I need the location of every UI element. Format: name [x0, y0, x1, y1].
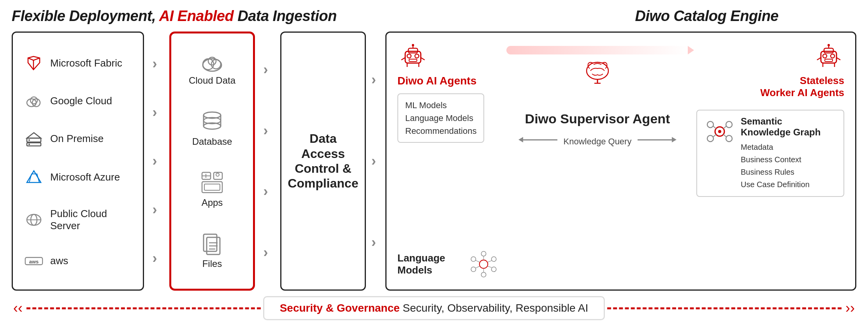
google-cloud-label: Google Cloud: [50, 95, 112, 107]
svg-point-76: [707, 121, 713, 128]
svg-line-82: [713, 134, 716, 137]
fabric-icon: [25, 55, 43, 71]
svg-line-57: [488, 266, 492, 267]
svg-point-41: [415, 54, 419, 58]
svg-point-6: [28, 139, 30, 141]
svg-line-58: [476, 266, 480, 268]
left-arrow-icon: ‹‹: [13, 300, 23, 316]
chevron-10: ›: [371, 72, 376, 88]
left-section-title: Flexible Deployment, AI Enabled Data Ing…: [12, 8, 337, 25]
list-item: Cloud Data: [181, 53, 244, 86]
chevron-6: ›: [264, 61, 268, 78]
metadata-text: Metadata: [741, 141, 821, 153]
aws-icon: aws: [25, 255, 43, 267]
chevron-9: ›: [264, 244, 268, 261]
svg-rect-73: [825, 59, 833, 61]
cloud-data-icon: [200, 53, 224, 72]
svg-point-75: [718, 130, 721, 133]
robot-icon-left: [397, 40, 429, 72]
files-icon: [201, 232, 223, 255]
knowledge-graph-items: Metadata Business Context Business Rules…: [741, 141, 821, 191]
fabric-label: Microsoft Fabric: [50, 57, 122, 69]
right-title: Diwo Catalog Engine: [635, 8, 778, 24]
left-dashed-line: [26, 307, 261, 309]
svg-rect-29: [204, 184, 220, 190]
svg-rect-26: [202, 182, 222, 193]
chevron-7: ›: [264, 123, 268, 139]
knowledge-query-label: Knowledge Query: [564, 137, 632, 147]
svg-point-47: [480, 260, 488, 268]
left-title-part2: Data Ingestion: [234, 8, 337, 24]
svg-line-83: [723, 134, 726, 137]
main-container: Flexible Deployment, AI Enabled Data Ing…: [0, 0, 868, 328]
diwo-ai-agents-title: Diwo AI Agents: [397, 75, 476, 87]
aws-label: aws: [50, 255, 68, 267]
svg-point-77: [726, 121, 732, 128]
knowledge-graph-box: SemanticKnowledge Graph Metadata Busines…: [696, 110, 844, 197]
right-section-title: Diwo Catalog Engine: [635, 8, 778, 25]
chevron-col-3: › › ›: [366, 32, 381, 291]
security-normal-text: Security, Observability, Responsible AI: [400, 302, 589, 314]
svg-point-40: [407, 54, 411, 58]
security-bold-text: Security & Governance: [280, 302, 400, 314]
svg-point-78: [707, 135, 713, 142]
node-graph-icon: [704, 116, 735, 147]
business-context-text: Business Context: [741, 153, 821, 166]
right-panel-inner: Diwo AI Agents ML Models Language Models…: [397, 40, 844, 282]
data-access-panel: Data Access Control & Compliance: [280, 32, 366, 291]
list-item: Microsoft Fabric: [25, 51, 131, 75]
supervisor-section: Diwo Supervisor Agent Knowledge Query: [506, 40, 689, 282]
svg-line-59: [488, 261, 492, 262]
chevron-col-1: › › › › ›: [144, 32, 165, 291]
chevron-col-2: › › › ›: [255, 32, 276, 291]
headers-row: Flexible Deployment, AI Enabled Data Ing…: [12, 8, 856, 25]
apps-icon: [200, 171, 224, 194]
svg-rect-64: [824, 48, 833, 53]
svg-point-67: [823, 54, 827, 58]
content-row: Microsoft Fabric Google Cloud: [12, 32, 856, 291]
chevron-5: ›: [153, 250, 157, 267]
google-cloud-icon: [25, 94, 43, 108]
svg-line-56: [476, 260, 480, 262]
brain-icon: [582, 57, 613, 88]
svg-line-81: [723, 126, 726, 129]
chevron-1: ›: [153, 56, 157, 72]
chevron-4: ›: [153, 202, 157, 218]
svg-point-68: [831, 54, 835, 58]
agent-models-box: ML Models Language Models Recommendation…: [397, 93, 484, 143]
chevron-2: ›: [153, 104, 157, 121]
svg-point-51: [492, 257, 496, 261]
azure-icon: [25, 169, 43, 185]
right-dashed-line: [607, 307, 842, 309]
svg-rect-37: [408, 48, 418, 53]
svg-rect-46: [409, 59, 417, 61]
list-item: Database: [181, 110, 244, 147]
language-models-text: Language Models: [405, 112, 476, 125]
svg-point-53: [492, 267, 496, 272]
agents-section: Diwo AI Agents ML Models Language Models…: [397, 40, 499, 282]
stateless-worker-title: StatelessWorker AI Agents: [760, 75, 844, 99]
left-title-part1: Flexible Deployment,: [12, 8, 159, 24]
svg-point-79: [726, 135, 732, 142]
recommendations-text: Recommendations: [405, 125, 476, 137]
list-item: Files: [181, 232, 244, 269]
list-item: aws aws: [25, 251, 131, 271]
robot-icon-right: [813, 40, 844, 72]
chevron-8: ›: [264, 183, 268, 200]
svg-point-52: [471, 267, 476, 272]
ml-models-text: ML Models: [405, 99, 476, 112]
chevron-12: ›: [371, 234, 376, 251]
svg-point-30: [216, 173, 219, 176]
svg-text:aws: aws: [29, 258, 39, 264]
public-cloud-icon: [25, 213, 43, 227]
svg-point-50: [471, 257, 476, 261]
on-premise-icon: [25, 131, 43, 147]
circle-network-icon: [469, 247, 499, 282]
azure-label: Microsoft Azure: [50, 171, 120, 183]
security-bar: ‹‹ Security & Governance Security, Obser…: [12, 296, 856, 320]
list-item: Public Cloud Server: [25, 204, 131, 236]
list-item: Google Cloud: [25, 90, 131, 112]
database-icon: [200, 110, 224, 133]
right-arrow-icon: ››: [845, 300, 855, 316]
right-panel: Diwo AI Agents ML Models Language Models…: [385, 32, 856, 291]
